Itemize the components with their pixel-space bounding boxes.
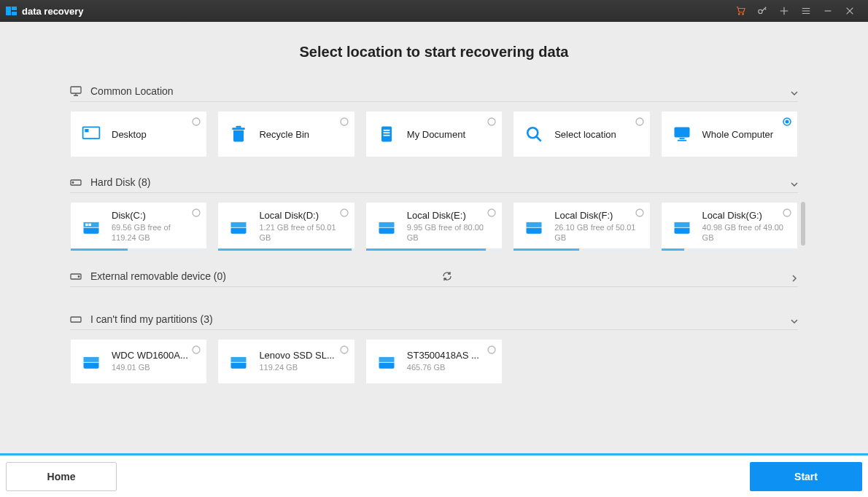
radio-icon[interactable] xyxy=(487,344,496,353)
start-button[interactable]: Start xyxy=(750,462,862,491)
svg-point-18 xyxy=(527,128,538,138)
svg-point-38 xyxy=(193,346,200,353)
refresh-icon[interactable] xyxy=(441,270,453,282)
disk-usage-bar xyxy=(218,248,354,251)
card-disk-c[interactable]: Disk(C:) 69.56 GB free of 119.24 GB xyxy=(70,202,207,251)
svg-point-5 xyxy=(759,9,762,13)
card-sub: 40.98 GB free of 49.00 GB xyxy=(702,223,786,243)
section-head-external[interactable]: External removable device (0) xyxy=(70,266,798,287)
section-head-common[interactable]: Common Location xyxy=(70,81,798,102)
drive-icon xyxy=(228,351,249,372)
card-sub: 465.76 GB xyxy=(407,363,479,373)
section-head-harddisk[interactable]: Hard Disk (8) xyxy=(70,172,798,193)
computer-icon xyxy=(672,124,692,144)
radio-icon[interactable] xyxy=(635,207,644,216)
close-icon[interactable] xyxy=(845,6,855,16)
card-wholecomputer[interactable]: Whole Computer xyxy=(661,111,798,157)
card-mydocument[interactable]: My Document xyxy=(365,111,503,157)
radio-icon[interactable] xyxy=(340,207,349,216)
svg-point-19 xyxy=(636,118,643,125)
drive-icon xyxy=(376,351,397,372)
radio-icon[interactable] xyxy=(340,116,349,125)
radio-checked-icon[interactable] xyxy=(783,116,791,125)
card-label: Local Disk(G:) xyxy=(702,210,786,221)
card-label: ST3500418AS ... xyxy=(407,350,479,361)
app-title: data recovery xyxy=(22,6,735,17)
card-physical-2[interactable]: ST3500418AS ... 465.76 GB xyxy=(365,339,503,384)
search-icon xyxy=(524,124,544,144)
card-disk-f[interactable]: Local Disk(F:) 26.10 GB free of 50.01 GB xyxy=(513,202,650,251)
svg-point-33 xyxy=(636,209,643,216)
svg-point-24 xyxy=(785,120,788,124)
title-bar-actions xyxy=(735,6,868,16)
card-label: WDC WD1600A... xyxy=(112,350,188,361)
radio-icon[interactable] xyxy=(783,207,791,216)
svg-rect-22 xyxy=(677,140,686,141)
external-drive-icon xyxy=(70,270,82,282)
svg-point-39 xyxy=(341,346,348,353)
drive-icon xyxy=(524,216,544,237)
card-label: Recycle Bin xyxy=(259,129,309,140)
card-desktop[interactable]: Desktop xyxy=(70,111,207,157)
app-logo-icon xyxy=(6,5,18,17)
radio-icon[interactable] xyxy=(192,344,201,353)
svg-rect-1 xyxy=(12,7,17,10)
card-selectlocation[interactable]: Select location xyxy=(513,111,650,157)
monitor-icon xyxy=(70,85,82,97)
svg-rect-15 xyxy=(383,132,390,133)
key-icon[interactable] xyxy=(757,6,767,16)
scrollbar-thumb[interactable] xyxy=(801,202,805,246)
svg-rect-21 xyxy=(679,138,684,139)
svg-point-17 xyxy=(488,118,495,125)
radio-icon[interactable] xyxy=(487,116,496,125)
section-label: Common Location xyxy=(90,85,791,97)
card-label: Local Disk(D:) xyxy=(259,210,343,221)
card-sub: 149.01 GB xyxy=(112,363,188,373)
svg-point-26 xyxy=(72,182,74,184)
card-label: Select location xyxy=(554,129,616,140)
radio-icon[interactable] xyxy=(192,116,201,125)
radio-icon[interactable] xyxy=(635,116,644,125)
plus-icon[interactable] xyxy=(779,6,789,16)
card-sub: 1.21 GB free of 50.01 GB xyxy=(259,223,343,243)
section-head-cantfind[interactable]: I can't find my partitions (3) xyxy=(70,309,798,330)
svg-rect-0 xyxy=(6,7,11,15)
chevron-right-icon xyxy=(791,273,798,280)
card-disk-g[interactable]: Local Disk(G:) 40.98 GB free of 49.00 GB xyxy=(661,202,798,251)
chevron-down-icon xyxy=(791,87,798,95)
svg-point-36 xyxy=(78,276,80,278)
radio-icon[interactable] xyxy=(192,207,201,216)
svg-point-31 xyxy=(341,209,348,216)
drive-icon xyxy=(81,351,101,372)
svg-rect-7 xyxy=(83,127,100,138)
footer: Home Start xyxy=(0,453,868,497)
menu-icon[interactable] xyxy=(801,6,811,16)
harddisk-cards: Disk(C:) 69.56 GB free of 119.24 GB Loca… xyxy=(70,202,798,251)
minimize-icon[interactable] xyxy=(823,6,833,16)
harddisk-icon xyxy=(70,176,82,188)
card-label: Disk(C:) xyxy=(112,210,195,221)
svg-rect-10 xyxy=(233,128,246,130)
card-physical-1[interactable]: Lenovo SSD SL... 119.24 GB xyxy=(217,339,354,384)
card-disk-e[interactable]: Local Disk(E:) 9.95 GB free of 80.00 GB xyxy=(365,202,503,251)
card-physical-0[interactable]: WDC WD1600A... 149.01 GB xyxy=(70,339,207,384)
card-sub: 26.10 GB free of 50.01 GB xyxy=(554,223,638,243)
svg-rect-2 xyxy=(12,12,17,15)
svg-rect-8 xyxy=(85,129,88,132)
disk-usage-bar xyxy=(71,248,206,251)
svg-rect-27 xyxy=(85,224,88,227)
radio-icon[interactable] xyxy=(487,207,496,216)
svg-point-3 xyxy=(738,14,740,15)
partition-icon xyxy=(70,313,82,325)
chevron-down-icon xyxy=(791,316,798,323)
document-icon xyxy=(376,124,397,144)
card-disk-d[interactable]: Local Disk(D:) 1.21 GB free of 50.01 GB xyxy=(217,202,354,251)
svg-rect-28 xyxy=(89,224,92,227)
home-button[interactable]: Home xyxy=(6,462,117,491)
radio-icon[interactable] xyxy=(340,344,349,353)
section-label: I can't find my partitions (3) xyxy=(90,313,791,325)
svg-rect-20 xyxy=(674,127,689,137)
card-recyclebin[interactable]: Recycle Bin xyxy=(217,111,354,157)
cart-icon[interactable] xyxy=(735,6,745,16)
main-panel: Select location to start recovering data… xyxy=(0,22,868,384)
